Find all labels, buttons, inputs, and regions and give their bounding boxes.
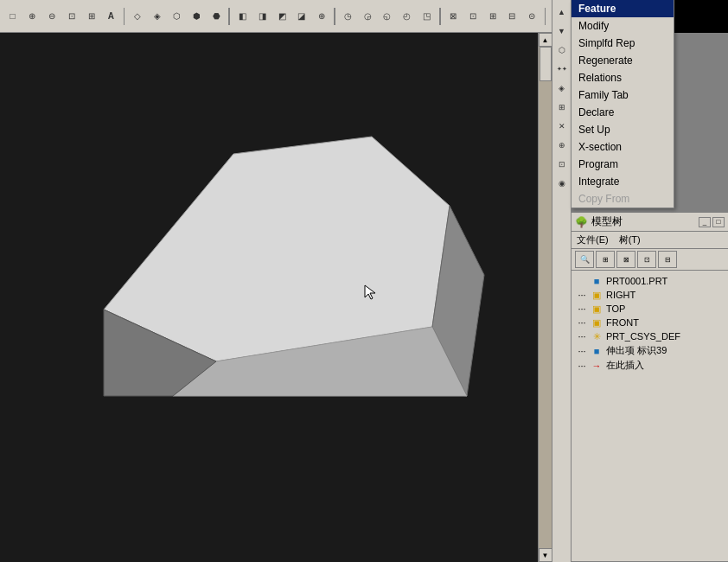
tool1-btn[interactable]: ◇: [128, 6, 146, 27]
rt-tool6[interactable]: ⊕: [553, 137, 571, 154]
tool13-btn[interactable]: ◵: [378, 6, 396, 27]
tree-title-bar: 🌳 模型树 _ □: [572, 213, 728, 232]
menu-item-declare[interactable]: Declare: [572, 104, 674, 121]
rt-tool7[interactable]: ⊡: [553, 156, 571, 173]
rt-tool4[interactable]: ⊞: [553, 99, 571, 116]
tree-tool4[interactable]: ⊟: [658, 251, 677, 268]
menu-header: Feature: [572, 0, 674, 17]
tree-node-extrude[interactable]: ··· ■ 伸出项 标识39: [573, 343, 726, 358]
tree-minimize-btn[interactable]: _: [699, 217, 711, 227]
tree-node-insert[interactable]: ··· → 在此插入: [573, 358, 726, 373]
tool16-btn[interactable]: ⊠: [444, 6, 463, 27]
top-indent: ···: [575, 303, 589, 314]
front-label: FRONT: [606, 317, 639, 328]
menu-item-set-up[interactable]: Set Up: [572, 121, 674, 138]
text-btn[interactable]: A: [102, 6, 120, 27]
right-label: RIGHT: [606, 290, 635, 300]
tool14-btn[interactable]: ◴: [398, 6, 416, 27]
tree-tree-menu[interactable]: 树(T): [617, 233, 642, 247]
rt-tool3[interactable]: ◈: [553, 80, 571, 97]
right-toolbar: ▲ ▼ ⬡ ✦✦ ◈ ⊞ ✕ ⊕ ⊡ ◉: [552, 0, 571, 562]
menu-item-relations[interactable]: Relations: [572, 69, 674, 86]
tree-content: ■ PRT0001.PRT ··· ▣ RIGHT ··· ▣ TOP ··· …: [572, 271, 728, 376]
tree-tool3[interactable]: ⊡: [637, 251, 656, 268]
scroll-down-arrow[interactable]: ▼: [539, 548, 552, 562]
tree-window-controls: _ □: [699, 217, 725, 227]
tree-menubar: 文件(E) 树(T): [572, 232, 728, 249]
new-btn[interactable]: □: [3, 6, 22, 27]
extrude-indent: ···: [575, 346, 589, 356]
top-label: TOP: [606, 303, 625, 314]
tree-node-right[interactable]: ··· ▣ RIGHT: [573, 288, 726, 302]
feature-dropdown-menu: Feature Modify Simplfd Rep Regenerate Re…: [571, 0, 674, 208]
sep1: [124, 8, 125, 25]
tool19-btn[interactable]: ⊟: [503, 6, 521, 27]
front-indent: ···: [575, 317, 589, 328]
csys-label: PRT_CSYS_DEF: [606, 331, 680, 342]
tree-file-menu[interactable]: 文件(E): [575, 233, 610, 247]
tree-title: 🌳 模型树: [575, 214, 623, 229]
model-tree-panel: 🌳 模型树 _ □ 文件(E) 树(T) 🔍 ⊞ ⊠ ⊡ ⊟ ■ PRT0001…: [571, 212, 728, 562]
root-label: PRT0001.PRT: [606, 276, 667, 286]
menu-item-x-section[interactable]: X-section: [572, 138, 674, 156]
sep3: [334, 8, 335, 25]
right-plane-icon: ▣: [591, 289, 603, 301]
tree-node-top[interactable]: ··· ▣ TOP: [573, 302, 726, 316]
menu-item-copy-from: Copy From: [572, 190, 674, 208]
rt-tool8[interactable]: ◉: [553, 175, 571, 192]
csys-icon: ✳: [591, 330, 603, 342]
tree-maximize-btn[interactable]: □: [712, 217, 725, 227]
tree-node-front[interactable]: ··· ▣ FRONT: [573, 316, 726, 329]
zoom-fit-btn[interactable]: ⊡: [62, 6, 80, 27]
svg-marker-0: [104, 137, 450, 361]
tool17-btn[interactable]: ⊡: [463, 6, 482, 27]
tree-title-label: 模型树: [591, 214, 623, 229]
menu-item-regenerate[interactable]: Regenerate: [572, 52, 674, 69]
tool3-btn[interactable]: ⬡: [168, 6, 186, 27]
tool10-btn[interactable]: ⊕: [312, 6, 330, 27]
tree-node-root[interactable]: ■ PRT0001.PRT: [573, 274, 726, 288]
menu-item-modify[interactable]: Modify: [572, 17, 674, 35]
tool2-btn[interactable]: ◈: [148, 6, 166, 27]
tree-tool2[interactable]: ⊠: [616, 251, 635, 268]
tree-tool1[interactable]: ⊞: [596, 251, 615, 268]
right-indent: ···: [575, 290, 589, 300]
tool8-btn[interactable]: ◩: [273, 6, 291, 27]
front-plane-icon: ▣: [591, 316, 603, 329]
sep4: [439, 8, 441, 25]
tree-toolbar: 🔍 ⊞ ⊠ ⊡ ⊟: [572, 249, 728, 271]
zoom-out-btn[interactable]: ⊖: [43, 6, 61, 27]
tool6-btn[interactable]: ◧: [233, 6, 252, 27]
tool15-btn[interactable]: ◳: [418, 6, 436, 27]
extrude-label: 伸出项 标识39: [606, 344, 667, 357]
tool12-btn[interactable]: ◶: [359, 6, 377, 27]
scroll-thumb[interactable]: [540, 47, 552, 81]
3d-viewport[interactable]: [0, 33, 552, 562]
menu-item-integrate[interactable]: Integrate: [572, 173, 674, 190]
rt-tool1[interactable]: ⬡: [553, 42, 571, 59]
tool11-btn[interactable]: ◷: [339, 6, 357, 27]
rt-tool2[interactable]: ✦✦: [553, 61, 571, 78]
menu-item-family-tab[interactable]: Family Tab: [572, 86, 674, 104]
extrude-icon: ■: [591, 345, 603, 357]
zoom-in-btn[interactable]: ⊕: [23, 6, 42, 27]
menu-item-program[interactable]: Program: [572, 156, 674, 173]
scroll-up-arrow[interactable]: ▲: [539, 33, 552, 47]
tool20-btn[interactable]: ⊝: [523, 6, 541, 27]
repaint-btn[interactable]: ⊞: [82, 6, 100, 27]
main-toolbar: □ ⊕ ⊖ ⊡ ⊞ A ◇ ◈ ⬡ ⬢ ⬣ ◧ ◨ ◩ ◪ ⊕ ◷ ◶ ◵ ◴ …: [0, 0, 571, 33]
tool9-btn[interactable]: ◪: [293, 6, 311, 27]
tool4-btn[interactable]: ⬢: [188, 6, 206, 27]
menu-item-simplfd-rep[interactable]: Simplfd Rep: [572, 35, 674, 52]
tool7-btn[interactable]: ◨: [253, 6, 271, 27]
rt-scroll-down[interactable]: ▼: [553, 22, 571, 40]
rt-scroll-up[interactable]: ▲: [553, 3, 571, 21]
tree-search-btn[interactable]: 🔍: [575, 251, 594, 268]
tool5-btn[interactable]: ⬣: [208, 6, 226, 27]
top-plane-icon: ▣: [591, 303, 603, 315]
tree-node-csys[interactable]: ··· ✳ PRT_CSYS_DEF: [573, 329, 726, 343]
main-scrollbar[interactable]: ▲ ▼: [538, 33, 552, 562]
scroll-track[interactable]: [539, 47, 552, 548]
tool18-btn[interactable]: ⊞: [483, 6, 501, 27]
rt-tool5[interactable]: ✕: [553, 118, 571, 135]
